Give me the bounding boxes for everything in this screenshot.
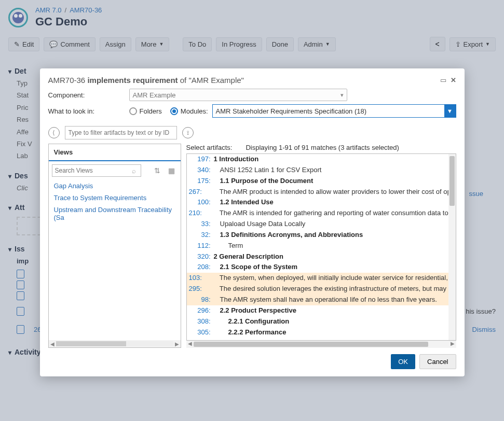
folders-radio[interactable]: Folders bbox=[129, 107, 162, 115]
artifact-row[interactable]: 340:ANSI 1252 Latin 1 for CSV Export bbox=[187, 165, 448, 176]
views-tab[interactable]: Views bbox=[49, 144, 181, 161]
views-panel: Views ⌕ ⇅ ▦ Gap AnalysisTrace to System … bbox=[48, 144, 181, 348]
artifact-id: 100: bbox=[189, 198, 211, 207]
search-icon: ⌕ bbox=[132, 167, 136, 175]
artifact-row[interactable]: 308:2.2.1 Configuration bbox=[187, 316, 448, 327]
module-select[interactable]: AMR Stakeholder Requirements Specificati… bbox=[212, 104, 456, 118]
maximize-icon[interactable]: ▭ bbox=[440, 76, 446, 84]
artifact-h-scrollbar[interactable]: ◀▶ bbox=[186, 341, 456, 348]
artifact-text: The AMR product is intended to allow wat… bbox=[205, 187, 448, 197]
artifact-text: The systems shall meet the following obj… bbox=[214, 338, 378, 340]
artifact-id: 33: bbox=[189, 219, 211, 229]
artifact-id: 98: bbox=[189, 295, 211, 305]
filter-icon[interactable]: ⟟ bbox=[182, 127, 194, 138]
cancel-button[interactable]: Cancel bbox=[419, 354, 456, 369]
artifact-text: 1.2 Intended Use bbox=[214, 198, 274, 207]
back-icon[interactable]: ⟨ bbox=[48, 127, 60, 138]
display-count-label: Displaying 1-91 of 91 matches (3 artifac… bbox=[246, 144, 399, 151]
artifact-row[interactable]: 295:The desired solution leverages the e… bbox=[187, 284, 448, 294]
artifact-row[interactable]: 296:2.2 Product Perspective bbox=[187, 305, 448, 316]
artifact-id: 296: bbox=[189, 306, 211, 316]
artifact-id: 32: bbox=[189, 230, 211, 240]
artifact-id: 340: bbox=[189, 165, 211, 175]
artifact-text: The system, when deployed, will initiall… bbox=[205, 273, 448, 283]
artifact-text: The AMR is intended for gathering and re… bbox=[205, 208, 448, 218]
artifact-id: 103: bbox=[189, 273, 202, 283]
view-item[interactable]: Upstream and Downstream Traceability (Sa bbox=[54, 206, 175, 221]
artifact-id: 112: bbox=[189, 241, 211, 251]
view-item[interactable]: Trace to System Requirements bbox=[54, 194, 175, 202]
component-label: Component: bbox=[48, 91, 129, 99]
artifact-text: Term bbox=[214, 241, 243, 251]
artifact-text: 2 General Description bbox=[214, 252, 283, 262]
artifact-row[interactable]: 175:1.1 Purpose of the Document bbox=[187, 176, 448, 187]
modules-radio[interactable]: Modules: bbox=[170, 107, 208, 115]
modal-overlay: AMR70-36 implements requirement of "AMR … bbox=[0, 0, 504, 421]
chevron-down-icon: ▾ bbox=[340, 92, 344, 99]
artifact-row[interactable]: 210:The AMR is intended for gathering an… bbox=[187, 208, 448, 219]
link-requirement-dialog: AMR70-36 implements requirement of "AMR … bbox=[40, 68, 465, 376]
views-search-input[interactable] bbox=[52, 164, 141, 177]
artifact-row[interactable]: 240:The systems shall meet the following… bbox=[187, 338, 448, 340]
artifact-text: The desired solution leverages the exist… bbox=[205, 284, 448, 294]
artifact-row[interactable]: 32:1.3 Definitions Acronyms, and Abbrevi… bbox=[187, 230, 448, 241]
artifact-id: 305: bbox=[189, 328, 211, 338]
artifact-text: 1.1 Purpose of the Document bbox=[214, 176, 314, 186]
artifact-text: The AMR system shall have an operational… bbox=[214, 295, 437, 305]
artifact-id: 240: bbox=[189, 338, 211, 340]
artifact-row[interactable]: 112:Term bbox=[187, 241, 448, 251]
artifact-row[interactable]: 267:The AMR product is intended to allow… bbox=[187, 187, 448, 198]
close-icon[interactable]: ✕ bbox=[451, 76, 456, 84]
artifact-text: 2.2.1 Configuration bbox=[214, 317, 290, 327]
artifact-text: 2.1 Scope of the System bbox=[214, 262, 298, 272]
artifact-text: 2.2.2 Performance bbox=[214, 328, 287, 338]
artifact-id: 320: bbox=[189, 252, 211, 262]
lookin-label: What to look in: bbox=[48, 107, 129, 115]
artifact-text: Upaload Usage Data Locally bbox=[214, 219, 306, 229]
artifact-text: 1 Introduction bbox=[214, 155, 259, 164]
views-sort-icon[interactable]: ⇅ bbox=[152, 165, 163, 176]
view-item[interactable]: Gap Analysis bbox=[54, 182, 175, 190]
artifact-text: 2.2 Product Perspective bbox=[214, 306, 296, 316]
artifact-id: 267: bbox=[189, 187, 202, 197]
artifact-id: 210: bbox=[189, 208, 202, 218]
artifact-text: 1.3 Definitions Acronyms, and Abbreviati… bbox=[214, 230, 363, 240]
dialog-title: AMR70-36 implements requirement of "AMR … bbox=[48, 76, 244, 85]
ok-button[interactable]: OK bbox=[391, 354, 415, 369]
artifact-row[interactable]: 98:The AMR system shall have an operatio… bbox=[187, 294, 448, 305]
views-grid-icon[interactable]: ▦ bbox=[166, 165, 178, 176]
artifact-id: 197: bbox=[189, 155, 211, 164]
artifact-v-scrollbar[interactable] bbox=[448, 154, 456, 340]
filter-input[interactable] bbox=[65, 126, 177, 139]
artifact-row[interactable]: 33:Upaload Usage Data Locally bbox=[187, 219, 448, 230]
artifact-id: 208: bbox=[189, 262, 211, 272]
artifact-row[interactable]: 305:2.2.2 Performance bbox=[187, 327, 448, 338]
artifact-id: 295: bbox=[189, 284, 202, 294]
select-artifacts-label: Select artifacts: bbox=[186, 144, 233, 151]
component-select[interactable]: AMR Example▾ bbox=[129, 89, 347, 101]
artifact-row[interactable]: 197:1 Introduction bbox=[187, 154, 448, 165]
views-h-scrollbar[interactable]: ◀▶ bbox=[49, 340, 181, 347]
artifact-id: 308: bbox=[189, 317, 211, 327]
artifact-text: ANSI 1252 Latin 1 for CSV Export bbox=[214, 165, 322, 175]
artifact-row[interactable]: 208:2.1 Scope of the System bbox=[187, 262, 448, 273]
chevron-down-icon: ▼ bbox=[444, 105, 456, 117]
artifact-row[interactable]: 103:The system, when deployed, will init… bbox=[187, 273, 448, 284]
artifact-id: 175: bbox=[189, 176, 211, 186]
artifact-row[interactable]: 320:2 General Description bbox=[187, 251, 448, 262]
artifact-row[interactable]: 100:1.2 Intended Use bbox=[187, 197, 448, 208]
